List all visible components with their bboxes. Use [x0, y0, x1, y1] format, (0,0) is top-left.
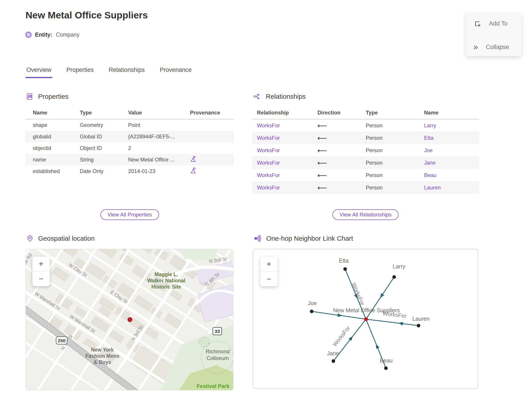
- worksfor-link[interactable]: WorksFor: [252, 184, 317, 191]
- table-row: WorksFor ⟵ Person Joe: [252, 144, 479, 157]
- provenance-flag-icon[interactable]: [190, 167, 197, 174]
- add-to-label: Add To: [489, 20, 508, 27]
- view-all-properties-button[interactable]: View All Properties: [100, 209, 159, 220]
- table-row: name String New Metal Office ...: [26, 154, 234, 165]
- worksfor-link[interactable]: WorksFor: [252, 147, 317, 154]
- link-chart-section-header: One-hop Neighbor Link Chart: [254, 235, 353, 242]
- entity-detail-page: New Metal Office Suppliers Entity: Compa…: [0, 0, 532, 405]
- table-row: globalid Global ID {A228944F-0EF5-...: [26, 131, 234, 142]
- col-type: Type: [366, 110, 424, 116]
- view-all-relationships-button[interactable]: View All Relationships: [332, 209, 399, 220]
- entity-type-value: Company: [56, 32, 80, 38]
- prop-type: Object ID: [80, 145, 128, 151]
- col-name: Name: [424, 110, 479, 116]
- entity-type-icon: [26, 32, 32, 38]
- person-link[interactable]: Lauren: [424, 184, 479, 191]
- graph-edge[interactable]: [366, 319, 419, 326]
- prop-type: Geometry: [80, 122, 128, 128]
- graph-node[interactable]: [384, 366, 388, 370]
- rel-type: Person: [366, 122, 424, 129]
- table-row: established Date Only 2014-01-23: [26, 165, 234, 177]
- svg-text:33: 33: [215, 329, 220, 334]
- route-shield-250: 250: [56, 337, 67, 344]
- worksfor-link[interactable]: WorksFor: [252, 172, 317, 178]
- graph-edge-label: WorksFor: [332, 325, 351, 347]
- prop-value: New Metal Office ...: [128, 157, 190, 163]
- worksfor-link[interactable]: WorksFor: [252, 160, 317, 166]
- worksfor-link[interactable]: WorksFor: [252, 135, 317, 141]
- graph-node[interactable]: [332, 359, 335, 363]
- prop-provenance: [190, 167, 234, 175]
- entity-badge: Entity: Company: [26, 32, 80, 38]
- tab-properties[interactable]: Properties: [66, 67, 95, 78]
- graph-edge-arrow: [398, 321, 403, 325]
- geospatial-map[interactable]: W Clay St E Clay St W Marshall St W Mars…: [26, 249, 233, 390]
- map-zoom-in-button[interactable]: +: [32, 256, 50, 271]
- col-name: Name: [26, 110, 80, 116]
- link-chart-icon: [254, 235, 261, 242]
- link-chart-canvas: WorksForWorksForWorksForNew Metal Office…: [253, 249, 478, 388]
- geospatial-section-title: Geospatial location: [38, 235, 95, 242]
- svg-text:Fashion Mens: Fashion Mens: [85, 353, 119, 359]
- map-park-circle: [199, 337, 210, 348]
- entity-label: Entity:: [35, 32, 52, 38]
- prop-provenance: [190, 156, 234, 164]
- add-to-icon: [473, 20, 481, 27]
- prop-name: established: [26, 168, 80, 174]
- col-provenance: Provenance: [190, 110, 234, 116]
- map-poi-label-festival: Festival Park: [197, 383, 230, 389]
- table-row: WorksFor ⟵ Person Jane: [252, 157, 479, 169]
- direction-arrow: ⟵: [317, 184, 366, 192]
- col-value: Value: [128, 110, 190, 116]
- chart-zoom-out-button[interactable]: −: [260, 271, 278, 286]
- tab-relationships[interactable]: Relationships: [108, 67, 146, 78]
- table-row: shape Geometry Point: [26, 119, 234, 131]
- svg-text:Walker National: Walker National: [147, 278, 185, 284]
- tab-bar: Overview Properties Relationships Proven…: [26, 67, 193, 78]
- tab-overview[interactable]: Overview: [26, 67, 52, 78]
- direction-arrow: ⟵: [317, 147, 366, 154]
- person-link[interactable]: Jane: [424, 160, 479, 166]
- svg-text:New York: New York: [91, 347, 114, 353]
- prop-name: name: [26, 157, 80, 163]
- one-hop-link-chart[interactable]: WorksForWorksForWorksForNew Metal Office…: [253, 249, 478, 389]
- person-link[interactable]: Etta: [424, 135, 479, 141]
- collapse-button[interactable]: » Collapse: [473, 43, 509, 51]
- prop-name: globalid: [26, 134, 80, 140]
- col-relationship: Relationship: [252, 110, 317, 116]
- person-link[interactable]: Larry: [424, 122, 479, 129]
- graph-node[interactable]: [364, 317, 368, 321]
- add-to-button[interactable]: Add To: [473, 20, 508, 27]
- prop-value: 2: [128, 145, 190, 151]
- map-pin-icon: [27, 235, 33, 242]
- map-location-marker[interactable]: [128, 317, 132, 322]
- map-zoom-out-button[interactable]: −: [32, 271, 50, 286]
- chart-zoom-in-button[interactable]: +: [260, 257, 278, 271]
- rel-type: Person: [366, 184, 424, 191]
- graph-node[interactable]: [310, 310, 313, 313]
- relationships-table: Relationship Direction Type Name WorksFo…: [252, 107, 479, 194]
- rel-type: Person: [366, 172, 424, 178]
- table-row: WorksFor ⟵ Person Larry: [252, 119, 479, 132]
- route-shield-33: 33: [213, 327, 222, 335]
- direction-arrow: ⟵: [317, 134, 366, 142]
- graph-node[interactable]: [392, 275, 396, 279]
- tab-provenance[interactable]: Provenance: [159, 67, 193, 78]
- quick-actions-panel: Add To » Collapse: [466, 13, 521, 56]
- table-row: WorksFor ⟵ Person Lauren: [252, 182, 479, 194]
- col-type: Type: [80, 110, 128, 116]
- col-direction: Direction: [317, 110, 366, 116]
- graph-edge-arrow: [374, 343, 379, 349]
- provenance-flag-icon[interactable]: [190, 156, 197, 162]
- worksfor-link[interactable]: WorksFor: [252, 122, 317, 129]
- graph-edge-label: WorksFor: [351, 282, 366, 306]
- person-link[interactable]: Beau: [424, 172, 479, 178]
- graph-node[interactable]: [417, 324, 420, 327]
- graph-node[interactable]: [343, 267, 347, 271]
- prop-value: 2014-01-23: [128, 168, 190, 174]
- properties-section-title: Properties: [38, 93, 68, 100]
- graph-node-label: Etta: [339, 257, 349, 264]
- properties-section-header: Properties: [26, 93, 68, 100]
- svg-text:Historic Site: Historic Site: [151, 284, 181, 290]
- person-link[interactable]: Joe: [424, 147, 479, 154]
